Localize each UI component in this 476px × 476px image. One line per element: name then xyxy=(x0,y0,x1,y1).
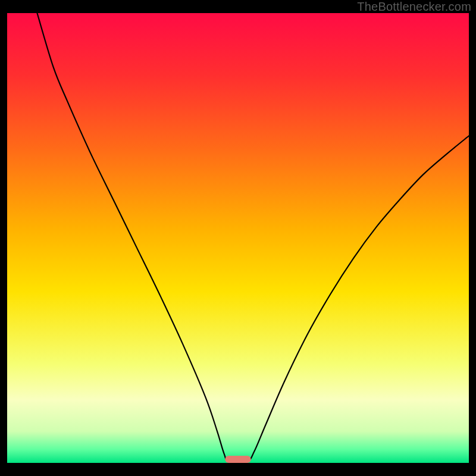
optimal-marker xyxy=(225,456,250,463)
plot-area xyxy=(7,13,469,463)
watermark-text: TheBottlenecker.com xyxy=(357,0,471,14)
gradient-background xyxy=(7,13,469,463)
chart-svg xyxy=(7,13,469,463)
chart-stage: TheBottlenecker.com xyxy=(0,0,476,476)
